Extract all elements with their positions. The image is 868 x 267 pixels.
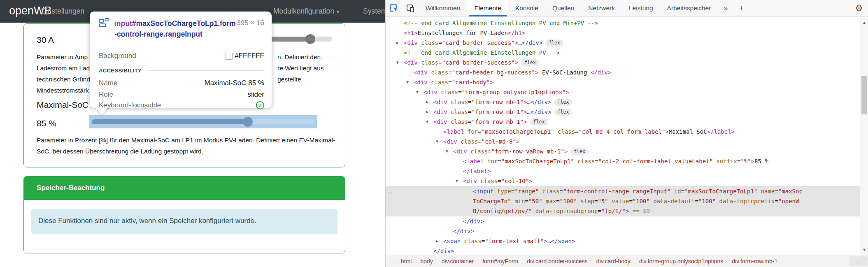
breadcrumb-item[interactable]: div.container (442, 258, 474, 265)
breadcrumb-item[interactable]: html (401, 258, 412, 265)
breadcrumb-item[interactable]: body (420, 258, 433, 265)
code-token: = (468, 118, 471, 125)
storage-card-title: Speicher-Beachtung (37, 184, 105, 192)
tree-node[interactable]: ▶<span class="form-text small">…</span> (386, 236, 860, 246)
max-soc-slider-handle[interactable] (243, 117, 253, 127)
code-token: <div (443, 138, 457, 145)
tree-node[interactable]: <!-- end card Allgemeine Einstellungen P… (386, 18, 860, 28)
scroll-down-icon[interactable]: ▼ (860, 248, 868, 252)
tree-node[interactable]: </div> (386, 226, 860, 236)
code-token: </div> (591, 69, 612, 76)
min-current-slider-handle[interactable] (305, 34, 315, 44)
tab-quellen[interactable]: Quellen (545, 0, 581, 16)
breadcrumb-item[interactable]: div.card.border-success (527, 258, 588, 265)
code-token: data-default (650, 198, 695, 204)
tree-node[interactable]: </label> (386, 166, 860, 176)
code-token: value (608, 198, 629, 204)
tab-netzwerk[interactable]: Netzwerk (581, 0, 622, 16)
code-token: <input (473, 188, 494, 195)
tree-node[interactable]: ▼<div class="card-body"> (386, 77, 860, 87)
inspect-element-icon[interactable] (386, 0, 402, 16)
code-token: class (418, 39, 439, 46)
max-soc-slider[interactable] (92, 119, 314, 124)
code-token: <div (404, 39, 418, 46)
breadcrumb-item[interactable]: div.form-group.onlysoclp1options (639, 258, 723, 265)
tree-node[interactable]: ▶<div class="form-row mb-1">…</div>flex (386, 97, 860, 107)
tree-node[interactable]: <!-- end card Allgemeine Einstellungen P… (386, 48, 860, 58)
tab-elemente[interactable]: Elemente (467, 0, 508, 16)
tab-willkommen[interactable]: Willkommen (419, 0, 467, 16)
breadcrumb-item[interactable]: div.card-body (596, 258, 631, 265)
breadcrumb-item[interactable]: div.form-row.mb-1 (732, 258, 777, 265)
nav-item-modulkonfiguration[interactable]: Modulkonfiguration▾ (273, 7, 339, 16)
expand-arrow-closed-icon[interactable]: ▶ (426, 97, 428, 107)
expand-arrow-closed-icon[interactable]: ▶ (426, 107, 428, 117)
tree-node[interactable]: <h1>Einstellungen für PV-Laden</h1> (386, 28, 860, 38)
node-menu-dots[interactable]: … (388, 186, 392, 196)
code-token: = (438, 59, 442, 66)
tree-node[interactable]: <label for="maxSocToChargeToLp1" class="… (386, 156, 860, 166)
settings-gear-icon[interactable]: ⚙ (849, 0, 868, 16)
tree-node-selected[interactable]: …<input type="range" class="form-control… (386, 186, 860, 216)
scrollbar-thumb[interactable] (861, 76, 867, 114)
tree-node[interactable]: ▼<div class="form-group onlysoclp1option… (386, 87, 860, 97)
tooltip-name-label: Name (99, 79, 117, 87)
code-token: </div> (463, 218, 484, 225)
scroll-up-icon[interactable]: ▲ (860, 21, 868, 25)
breadcrumb-overflow-right[interactable]: … (849, 256, 868, 266)
tree-node[interactable]: </div> (386, 246, 860, 255)
breadcrumb-overflow-left[interactable]: … (386, 258, 401, 265)
code-token: "maxSocToChargeToLp1" (482, 128, 554, 135)
code-token: <!-- end card Allgemeine Einstellungen P… (404, 20, 598, 26)
new-tab-button[interactable]: + (733, 0, 749, 16)
code-token: = (511, 188, 514, 195)
code-token: class (428, 69, 449, 76)
code-token: = (629, 198, 632, 204)
tree-node[interactable]: ▶<div class="card border-success">…</div… (386, 38, 860, 48)
flex-badge[interactable]: flex (570, 148, 589, 155)
flex-badge[interactable]: flex (554, 99, 572, 106)
code-token: == $0 (629, 208, 650, 214)
nav-item-einstellungen[interactable]: Einstellungen (41, 7, 84, 16)
more-tabs-button[interactable]: » (718, 0, 733, 16)
flex-badge[interactable]: flex (530, 118, 548, 125)
code-token: > (665, 128, 668, 135)
expand-arrow-open-icon[interactable]: ▼ (396, 58, 399, 67)
tree-node[interactable]: </div> (386, 216, 860, 226)
tree-node[interactable]: ▼<div class="card border-success">flex (386, 58, 860, 67)
expand-arrow-open-icon[interactable]: ▼ (456, 176, 458, 186)
tree-node[interactable]: <label for="maxSocToChargeToLp1" class="… (386, 127, 860, 137)
tree-node[interactable]: ▼<div class="form-row vaRow mb-1">flex (386, 146, 860, 156)
tree-node[interactable]: ▶<div class="form-row mb-1">…</div>flex (386, 107, 860, 117)
expand-arrow-open-icon[interactable]: ▼ (406, 77, 409, 87)
code-token: = (681, 188, 684, 195)
expand-arrow-open-icon[interactable]: ▼ (416, 87, 419, 97)
description-line: gestellte (277, 74, 324, 85)
flex-badge[interactable]: flex (521, 59, 539, 66)
expand-arrow-open-icon[interactable]: ▼ (426, 117, 428, 127)
expand-arrow-open-icon[interactable]: ▼ (436, 137, 438, 146)
tab-konsole[interactable]: Konsole (508, 0, 545, 16)
tree-node[interactable]: ▼<div class="col-10"> (386, 176, 860, 186)
flex-badge[interactable]: flex (545, 39, 563, 46)
code-token: <div (414, 69, 428, 76)
code-token: </label> (463, 168, 491, 174)
nav-item-system[interactable]: System (363, 7, 385, 16)
flex-badge[interactable]: flex (554, 109, 572, 116)
tree-node[interactable]: <div class="card-header bg-success"> EV-… (386, 67, 860, 77)
expand-arrow-closed-icon[interactable]: ▶ (396, 38, 399, 48)
min-current-value-label: 30 A (37, 35, 54, 45)
tree-node[interactable]: ▼<div class="form-row mb-1">flex (386, 117, 860, 127)
expand-arrow-closed-icon[interactable]: ▶ (436, 236, 438, 246)
breadcrumb-item[interactable]: form#myForm (482, 258, 518, 265)
code-token: <h1> (404, 30, 418, 36)
expand-arrow-open-icon[interactable]: ▼ (446, 146, 448, 156)
tab-arbeitsspeicher[interactable]: Arbeitsspeicher (660, 0, 718, 16)
tab-leistung[interactable]: Leistung (622, 0, 660, 16)
scrollbar[interactable]: ▲ ▼ (860, 18, 868, 255)
code-token: …</div> (518, 39, 542, 46)
tree-node[interactable]: ▼<div class="col-md-8"> (386, 137, 860, 146)
code-token: class (457, 138, 478, 145)
code-token: id (671, 188, 681, 195)
device-toolbar-icon[interactable] (402, 0, 419, 16)
